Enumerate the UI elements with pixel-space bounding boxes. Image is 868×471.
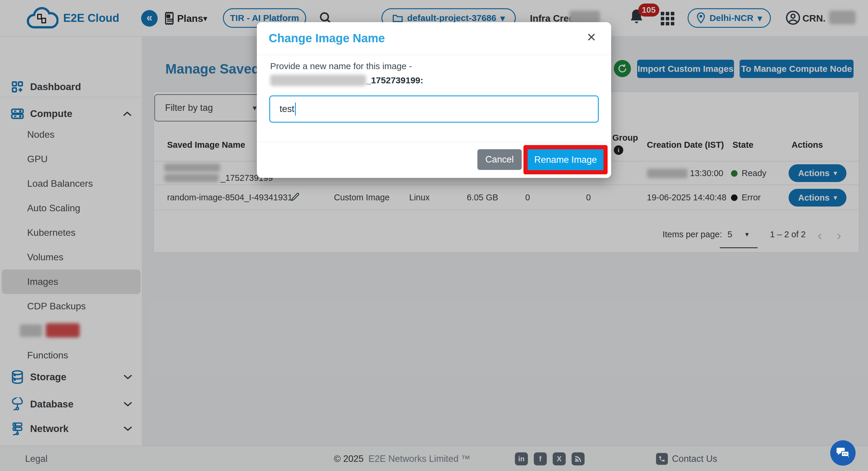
image-name-suffix: _1752739199: <box>366 75 423 85</box>
redacted-image-name <box>270 75 366 86</box>
cancel-button[interactable]: Cancel <box>477 149 522 170</box>
modal-description: Provide a new name for this image - <box>270 61 412 71</box>
chat-widget-button[interactable] <box>830 440 856 466</box>
text-caret <box>295 102 296 116</box>
image-name-line: _1752739199: <box>270 75 423 86</box>
divider <box>257 55 611 55</box>
change-image-name-modal: Change Image Name × Provide a new name f… <box>257 22 611 178</box>
divider <box>257 142 611 142</box>
rename-image-button[interactable]: Rename Image <box>528 149 603 170</box>
close-icon[interactable]: × <box>587 29 596 45</box>
click-target-highlight: Rename Image <box>523 145 608 174</box>
modal-title: Change Image Name <box>269 32 385 45</box>
app-root: E2E Cloud « Plans ▾ TIR - AI Platform de… <box>0 0 868 471</box>
new-image-name-input[interactable]: test <box>269 95 599 123</box>
